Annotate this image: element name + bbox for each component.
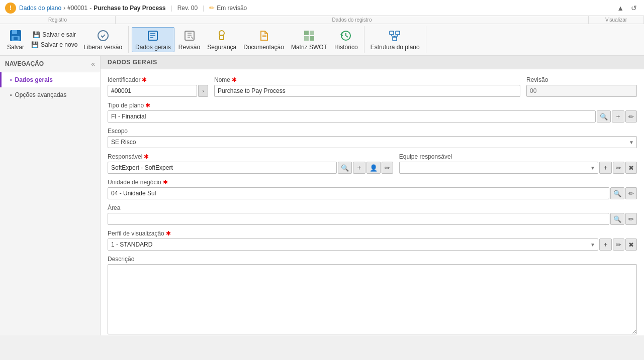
dados-gerais-icon <box>146 29 160 43</box>
sidebar-item-dados-gerais[interactable]: • Dados gerais <box>0 72 100 87</box>
field-equipe-responsavel: Equipe responsável ▼ ＋ ✏ ✖ <box>399 153 637 174</box>
responsavel-search-button[interactable]: 🔍 <box>338 162 352 174</box>
estrutura-plano-button[interactable]: Estrutura do plano <box>367 28 423 52</box>
breadcrumb-dash: - <box>89 5 91 12</box>
save-icon <box>9 29 23 43</box>
toolbar-group-visualizar: Estrutura do plano <box>364 26 426 53</box>
form-area: Identificador ✱ › Nome ✱ <box>101 69 644 335</box>
save-new-button[interactable]: 💾 Salvar e novo <box>29 40 79 49</box>
documentacao-button[interactable]: Documentação <box>240 28 287 52</box>
label-escopo: Escopo <box>108 128 637 135</box>
required-nome: ✱ <box>232 76 237 83</box>
app-logo: ! <box>5 3 16 14</box>
identificador-arrow-button[interactable]: › <box>198 85 208 97</box>
equipe-select[interactable] <box>399 162 598 174</box>
perfil-edit-button[interactable]: ✏ <box>613 238 624 251</box>
svg-rect-18 <box>310 36 314 41</box>
toolbar-section-registro: Registro <box>0 16 116 24</box>
svg-rect-22 <box>393 37 397 41</box>
matriz-swot-button[interactable]: Matriz SWOT <box>288 28 330 52</box>
breadcrumb-id: #00001 <box>67 5 87 12</box>
responsavel-input[interactable] <box>108 162 337 174</box>
toolbar-section-dados: Dados do registro <box>116 16 589 24</box>
toolbar-section-labels: Registro Dados do registro Visualizar <box>0 16 644 24</box>
label-unidade-negocio: Unidade de negócio ✱ <box>108 179 637 186</box>
label-responsavel: Responsável ✱ <box>108 153 393 160</box>
sidebar-item-opcoes-avancadas[interactable]: • Opções avançadas <box>0 87 100 102</box>
perfil-clear-button[interactable]: ✖ <box>625 238 637 251</box>
escopo-select-wrapper: SE Risco ▼ <box>108 136 637 148</box>
equipe-edit-button[interactable]: ✏ <box>613 162 624 174</box>
required-tipo-plano: ✱ <box>145 102 150 109</box>
label-perfil-visualizacao: Perfil de visualização ✱ <box>108 230 637 237</box>
liberar-button[interactable]: Liberar versão <box>80 28 125 52</box>
area-input-group: 🔍 ✏ <box>108 213 637 225</box>
tipo-plano-edit-button[interactable]: ✏ <box>625 110 637 123</box>
toolbar-section-visualizar: Visualizar <box>589 16 644 24</box>
label-revisao: Revisão <box>526 76 637 83</box>
responsavel-edit-button[interactable]: ✏ <box>382 162 393 174</box>
required-unidade: ✱ <box>163 179 168 186</box>
field-unidade-negocio: Unidade de negócio ✱ 🔍 ✏ <box>108 179 637 199</box>
label-nome: Nome ✱ <box>214 76 520 83</box>
field-tipo-plano: Tipo de plano ✱ 🔍 ＋ ✏ <box>108 102 637 123</box>
field-nome: Nome ✱ <box>214 76 520 97</box>
svg-rect-3 <box>14 37 18 40</box>
identificador-input[interactable] <box>108 85 197 97</box>
tipo-plano-input-group: 🔍 ＋ ✏ <box>108 110 637 123</box>
breadcrumb-title: Purchase to Pay Process <box>94 5 165 12</box>
tipo-plano-add-button[interactable]: ＋ <box>612 110 624 123</box>
label-area: Área <box>108 204 637 211</box>
unidade-search-button[interactable]: 🔍 <box>610 187 624 199</box>
field-revisao: Revisão <box>526 76 637 97</box>
sidebar-item-label-dados-gerais: Dados gerais <box>15 76 53 83</box>
row-identificador: Identificador ✱ › Nome ✱ <box>108 76 637 97</box>
sidebar-dot: • <box>10 77 12 83</box>
area-input[interactable] <box>108 213 609 225</box>
label-equipe-responsavel: Equipe responsável <box>399 153 637 160</box>
section-header: DADOS GERAIS <box>101 56 644 69</box>
top-bar: ! Dados do plano › #00001 - Purchase to … <box>0 0 644 16</box>
responsavel-user-button[interactable]: 👤 <box>366 162 381 174</box>
row-unidade-negocio: Unidade de negócio ✱ 🔍 ✏ <box>108 179 637 199</box>
toolbar-group-dados: Dados gerais Revisão Segurança Documenta… <box>129 26 364 53</box>
equipe-add-button[interactable]: ＋ <box>599 162 612 174</box>
unidade-edit-button[interactable]: ✏ <box>625 187 637 199</box>
sidebar: Navegação « • Dados gerais • Opções avan… <box>0 56 101 335</box>
collapse-button[interactable]: ▲ <box>615 3 626 13</box>
sidebar-collapse-button[interactable]: « <box>91 60 95 68</box>
svg-rect-16 <box>310 31 314 35</box>
required-perfil: ✱ <box>166 230 171 237</box>
area-edit-button[interactable]: ✏ <box>625 213 637 225</box>
equipe-clear-button[interactable]: ✖ <box>625 162 637 174</box>
refresh-button[interactable]: ↺ <box>629 3 639 13</box>
tipo-plano-input[interactable] <box>108 110 596 123</box>
unidade-negocio-input[interactable] <box>108 187 609 199</box>
breadcrumb-parent[interactable]: Dados do plano <box>19 5 61 12</box>
escopo-select[interactable]: SE Risco <box>108 136 637 148</box>
perfil-add-button[interactable]: ＋ <box>599 238 612 251</box>
row-escopo: Escopo SE Risco ▼ <box>108 128 637 148</box>
dados-gerais-button[interactable]: Dados gerais <box>132 27 174 52</box>
historico-button[interactable]: Histórico <box>331 28 361 52</box>
swot-icon <box>302 29 316 43</box>
area-search-button[interactable]: 🔍 <box>610 213 624 225</box>
responsavel-add-button[interactable]: ＋ <box>353 162 365 174</box>
seguranca-button[interactable]: Segurança <box>204 28 239 52</box>
row-tipo-plano: Tipo de plano ✱ 🔍 ＋ ✏ <box>108 102 637 123</box>
nome-input[interactable] <box>214 85 520 97</box>
save-exit-button[interactable]: 💾 Salvar e sair <box>29 30 79 39</box>
breadcrumb-sep: › <box>63 5 65 12</box>
perfil-select[interactable]: 1 - STANDARD <box>108 238 598 251</box>
revisao-button[interactable]: Revisão <box>175 28 203 52</box>
save-button[interactable]: Salvar <box>3 28 28 52</box>
field-area: Área 🔍 ✏ <box>108 204 637 225</box>
row-descricao: Descrição <box>108 256 637 334</box>
descricao-textarea[interactable] <box>108 264 637 334</box>
sidebar-header: Navegação « <box>0 56 100 72</box>
svg-rect-17 <box>304 36 309 41</box>
svg-rect-20 <box>390 31 394 35</box>
tipo-plano-search-button[interactable]: 🔍 <box>597 110 611 123</box>
label-tipo-plano: Tipo de plano ✱ <box>108 102 637 109</box>
equipe-select-wrapper: ▼ <box>399 162 598 174</box>
